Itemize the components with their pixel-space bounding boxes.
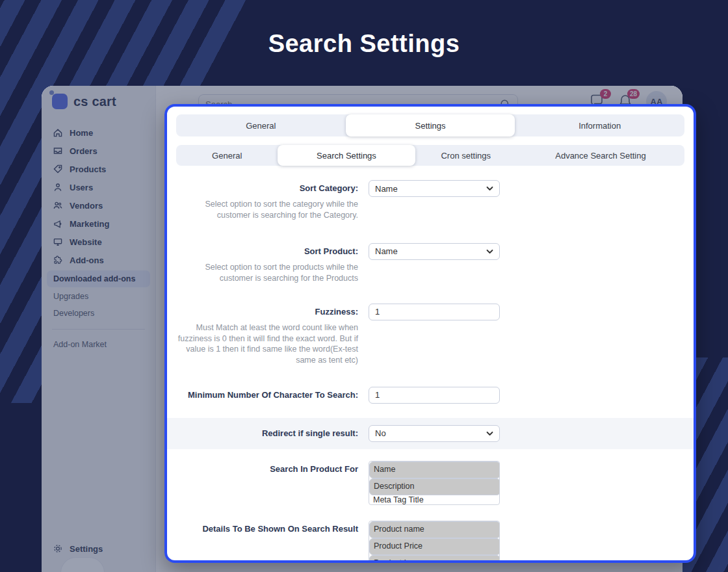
main-tabbar: General Settings Information bbox=[176, 114, 684, 136]
tab-settings[interactable]: Settings bbox=[346, 114, 515, 136]
listbox-option[interactable]: Description bbox=[369, 478, 500, 495]
sort-product-label: Sort Product: bbox=[304, 243, 358, 257]
sub-tabbar: General Search Settings Cron settings Ad… bbox=[176, 145, 684, 166]
settings-modal: General Settings Information General Sea… bbox=[164, 104, 696, 563]
field-fuzziness: Fuzziness: Must Match at least the word … bbox=[176, 304, 684, 366]
tab-general[interactable]: General bbox=[176, 114, 346, 136]
fuzziness-help: Must Match at least the word count like … bbox=[176, 322, 358, 366]
subtab-advance-search-setting[interactable]: Advance Search Setting bbox=[517, 145, 684, 166]
sort-category-select[interactable]: Name bbox=[369, 180, 500, 197]
redirect-single-result-label: Redirect if single result: bbox=[262, 425, 358, 439]
settings-form: Sort Category: Select option to sort the… bbox=[176, 180, 684, 562]
listbox-option[interactable]: Name bbox=[369, 462, 500, 478]
details-shown-listbox[interactable]: Product name Product Price Product Image… bbox=[369, 521, 500, 562]
chevron-down-icon bbox=[486, 186, 493, 191]
page-background: Search Settings 2 bbox=[0, 0, 728, 572]
tab-information[interactable]: Information bbox=[515, 114, 684, 136]
chevron-down-icon bbox=[486, 431, 493, 436]
field-details-shown: Details To Be Shown On Search Result Pro… bbox=[176, 521, 684, 562]
field-min-characters: Minimum Number Of Character To Search: bbox=[176, 387, 684, 404]
subtab-search-settings[interactable]: Search Settings bbox=[278, 145, 415, 166]
redirect-single-result-select[interactable]: No bbox=[369, 425, 500, 442]
field-sort-category: Sort Category: Select option to sort the… bbox=[176, 180, 684, 221]
details-shown-label: Details To Be Shown On Search Result bbox=[202, 521, 358, 534]
field-search-in-product-for: Search In Product For Name Description M… bbox=[176, 461, 684, 505]
listbox-option[interactable]: Meta Tag Title bbox=[369, 495, 499, 505]
fuzziness-input-wrap bbox=[369, 304, 500, 320]
fuzziness-input[interactable] bbox=[375, 307, 493, 317]
subtab-cron-settings[interactable]: Cron settings bbox=[415, 145, 517, 166]
field-sort-product: Sort Product: Select option to sort the … bbox=[176, 243, 684, 284]
min-characters-label: Minimum Number Of Character To Search: bbox=[188, 387, 358, 400]
search-in-product-for-listbox[interactable]: Name Description Meta Tag Title Meta Tag… bbox=[369, 461, 500, 505]
search-in-product-for-label: Search In Product For bbox=[270, 461, 358, 474]
chevron-down-icon bbox=[486, 249, 493, 254]
min-characters-input[interactable] bbox=[375, 390, 493, 400]
listbox-option[interactable]: Product Image bbox=[369, 555, 500, 562]
field-redirect-row: Redirect if single result: No bbox=[167, 418, 694, 449]
listbox-option[interactable]: Product Price bbox=[369, 538, 500, 555]
min-characters-input-wrap bbox=[369, 387, 500, 404]
listbox-option[interactable]: Product name bbox=[369, 521, 500, 538]
sort-category-help: Select option to sort the category while… bbox=[176, 199, 358, 221]
fuzziness-label: Fuzziness: bbox=[315, 304, 358, 317]
sort-product-help: Select option to sort the products while… bbox=[176, 262, 358, 284]
page-title: Search Settings bbox=[0, 30, 728, 58]
sort-product-select[interactable]: Name bbox=[369, 243, 500, 260]
subtab-general[interactable]: General bbox=[176, 145, 278, 166]
sort-category-label: Sort Category: bbox=[300, 180, 358, 194]
